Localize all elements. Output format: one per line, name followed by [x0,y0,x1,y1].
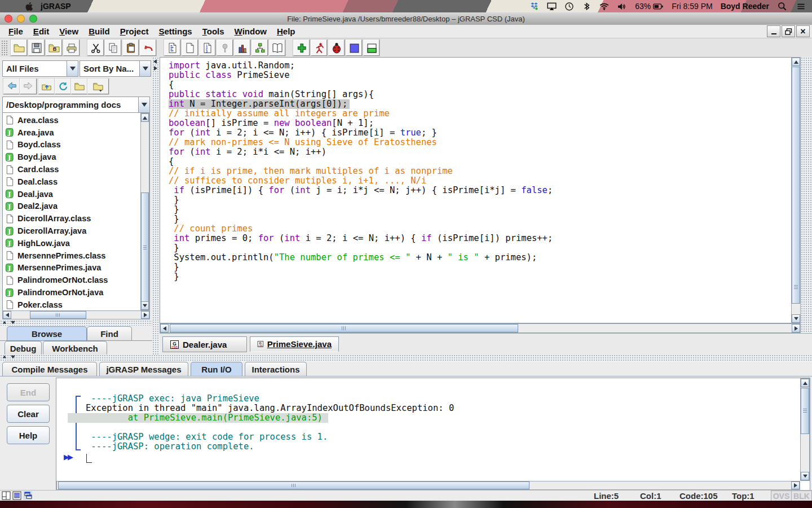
documentation-button[interactable] [269,40,285,56]
menu-edit[interactable]: Edit [28,26,54,37]
splitter-collapse-right-icon[interactable] [154,66,157,71]
tab-compile-messages[interactable]: Compile Messages [2,362,97,376]
volume-icon[interactable] [616,1,627,12]
window-title-bar[interactable]: File: PrimeSieve.java /Users/bmreeder88/… [0,12,812,25]
file-item[interactable]: JDicerollArray.java [3,225,140,237]
sidebar-splitter[interactable] [0,320,152,326]
view-lines-icon[interactable] [12,491,21,500]
splitter-collapse-down-icon[interactable] [11,356,15,359]
file-list-vscrollbar[interactable] [140,113,149,310]
tab-jgrasp-messages[interactable]: jGRASP Messages [99,362,188,376]
sort-dropdown[interactable]: Sort By Na... [80,60,151,77]
path-arrow-icon[interactable] [138,97,149,112]
cut-button[interactable] [87,40,104,56]
editor-right-splitter[interactable] [801,57,812,333]
nav-folder-dropdown-button[interactable] [87,78,109,94]
scroll-down-icon[interactable] [801,472,809,480]
output-vscrollbar[interactable] [800,378,810,481]
frame-close-button[interactable]: × [796,25,810,37]
file-list-vthumb[interactable] [141,192,149,303]
file-item[interactable]: JDeal.java [3,188,140,200]
mac-clock[interactable]: Fri 8:59 PM [672,2,712,11]
menu-tools[interactable]: Tools [197,26,230,37]
scroll-right-icon[interactable] [791,481,800,489]
copy-button[interactable] [105,40,121,56]
editor-vscrollbar[interactable] [791,57,801,323]
editor-tab-primesieve-java[interactable]: GCSDPrimeSieve.java [250,336,339,352]
editor-hscrollbar[interactable] [160,323,801,333]
file-list-hscrollbar[interactable] [2,310,150,319]
editor-hthumb[interactable] [170,324,518,332]
file-filter-dropdown[interactable]: All Files [2,60,78,77]
editor-vthumb[interactable] [792,67,800,304]
scroll-down-icon[interactable] [141,301,149,310]
file-item[interactable]: JPalindromeOrNot.java [3,286,140,299]
frame-minimize-button[interactable] [767,25,780,37]
nav-refresh-button[interactable] [55,78,72,94]
main-horizontal-splitter[interactable] [0,354,812,362]
apple-menu-icon[interactable] [25,2,34,11]
scroll-left-icon[interactable] [3,311,11,319]
new-file-button[interactable] [182,40,198,56]
output-hscrollbar[interactable] [56,481,800,490]
paste-button[interactable] [122,40,139,56]
file-item[interactable]: MersennePrimes.class [3,249,140,262]
toolbar-grip[interactable] [1,40,8,55]
applet-blue-button[interactable] [346,40,362,56]
output-hthumb[interactable] [58,481,529,489]
tab-run-i-o[interactable]: Run I/O [191,362,242,376]
end-button[interactable]: End [7,383,50,401]
code-editor[interactable]: import java.util.Random;public class Pri… [160,57,791,323]
menu-window[interactable]: Window [230,26,272,37]
run-button[interactable] [311,40,327,56]
file-item[interactable]: Card.class [3,163,140,176]
tab-find[interactable]: Find [87,326,132,340]
nav-forward-button[interactable] [20,78,37,94]
file-item[interactable]: Deal.class [3,176,140,188]
tab-interactions[interactable]: Interactions [245,362,307,376]
scroll-up-icon[interactable] [141,113,149,122]
uml-button[interactable] [251,40,268,56]
tab-workbench[interactable]: Workbench [43,341,107,355]
scroll-right-icon[interactable] [141,311,149,319]
csd-view-button[interactable] [164,40,180,56]
overstrike-toggle[interactable]: OVS [771,491,792,501]
folder-open-button[interactable] [11,40,27,56]
numbered-view-button[interactable]: 123 [199,40,215,56]
frame-restore-button[interactable] [782,25,795,37]
spotlight-icon[interactable] [777,1,788,12]
mac-app-name[interactable]: jGRASP [41,2,71,11]
file-item[interactable]: JMersennePrimes.java [3,262,140,274]
splitter-collapse-up-icon[interactable] [3,321,6,324]
menu-build[interactable]: Build [83,26,115,37]
run-output-area[interactable]: ----jGRASP exec: java PrimeSieveExceptio… [56,378,810,491]
editor-tab-dealer-java[interactable]: GCSDDealer.java [162,336,247,352]
print-button[interactable] [63,40,80,56]
browse-files-button[interactable]: B [46,40,62,56]
view-layout-icon[interactable] [2,491,11,500]
file-item[interactable]: Poker.class [3,299,140,311]
file-item[interactable]: JArea.java [3,126,140,139]
file-item[interactable]: JHighLow.java [3,237,140,249]
compile-button[interactable] [293,40,310,56]
file-filter-arrow-icon[interactable] [67,61,78,76]
notification-center-icon[interactable] [796,1,806,12]
sort-arrow-icon[interactable] [139,61,151,76]
menu-view[interactable]: View [54,26,83,37]
bluetooth-icon[interactable] [581,1,592,12]
nav-folder-button[interactable] [71,78,88,94]
main-vertical-splitter[interactable] [152,57,160,354]
file-item[interactable]: Area.class [3,114,140,126]
file-list-hthumb[interactable] [30,311,86,319]
debug-button[interactable] [328,40,345,56]
help-button[interactable]: Help [7,426,50,444]
applet-run-button[interactable] [363,40,379,56]
tab-browse[interactable]: Browse [7,326,87,340]
scroll-up-icon[interactable] [792,58,800,66]
splitter-collapse-down-icon[interactable] [11,321,15,325]
menu-file[interactable]: File [3,26,28,37]
view-cascade-icon[interactable] [23,491,32,500]
menu-help[interactable]: Help [272,26,301,37]
battery-indicator[interactable]: 63% [635,1,664,12]
menu-project[interactable]: Project [115,26,154,37]
